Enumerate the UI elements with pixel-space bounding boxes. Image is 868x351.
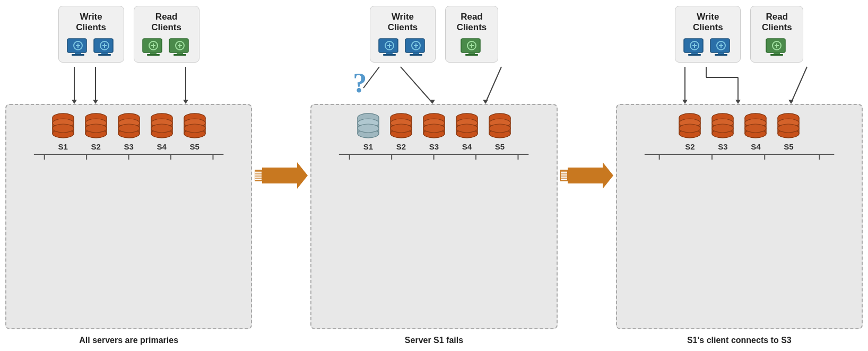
read-client-icon-2 bbox=[168, 38, 192, 58]
caption-3: S1's client connects to S3 bbox=[687, 336, 792, 345]
underline-svg-2 bbox=[328, 153, 539, 162]
db-icon-s5-3 bbox=[775, 112, 802, 140]
read-client-icon-4 bbox=[765, 38, 788, 58]
svg-point-58 bbox=[184, 124, 205, 133]
clients-area-3: Write Clients bbox=[616, 6, 863, 63]
scenario-1: Write Clients bbox=[5, 6, 252, 345]
write-clients-group-2: Write Clients bbox=[370, 6, 436, 63]
svg-marker-70 bbox=[262, 162, 308, 189]
svg-marker-23 bbox=[183, 100, 188, 104]
server-label-s4-1: S4 bbox=[157, 142, 166, 151]
write-clients-group-3: Write Clients bbox=[675, 6, 741, 63]
svg-point-169 bbox=[712, 124, 733, 133]
svg-rect-81 bbox=[468, 52, 475, 54]
write-client-icon-3 bbox=[378, 38, 401, 58]
svg-point-115 bbox=[456, 124, 478, 133]
svg-rect-2 bbox=[75, 52, 81, 54]
svg-rect-78 bbox=[410, 54, 422, 56]
server-underline-2 bbox=[328, 153, 539, 162]
db-icon-s5-2 bbox=[486, 112, 514, 140]
svg-line-83 bbox=[363, 67, 379, 88]
server-box-3: S2 S3 bbox=[616, 104, 863, 329]
underline-svg-1 bbox=[23, 153, 234, 162]
write-client-icon-6 bbox=[709, 38, 733, 58]
server-label-s3-3: S3 bbox=[718, 142, 727, 151]
svg-point-44 bbox=[118, 124, 140, 133]
read-client-icon-1 bbox=[142, 38, 165, 58]
caption-1: All servers are primaries bbox=[79, 336, 178, 345]
svg-point-51 bbox=[151, 124, 172, 133]
svg-line-154 bbox=[791, 67, 807, 103]
read-clients-group-1: Read Clients bbox=[134, 6, 199, 63]
svg-marker-155 bbox=[788, 100, 794, 104]
server-s5-1: S5 bbox=[181, 112, 209, 151]
server-s3-3: S3 bbox=[709, 112, 736, 151]
servers-row-1: S1 S2 bbox=[12, 112, 246, 151]
read-clients-label-3: Read Clients bbox=[762, 12, 792, 33]
server-s4-1: S4 bbox=[148, 112, 176, 151]
write-client-icon-1 bbox=[66, 38, 90, 58]
db-icon-s4-1 bbox=[148, 112, 176, 140]
svg-rect-142 bbox=[715, 54, 727, 56]
server-label-s3-1: S3 bbox=[124, 142, 133, 151]
connector-svg-2 bbox=[310, 67, 570, 104]
server-label-s4-2: S4 bbox=[462, 142, 472, 151]
server-s1-2: S1 bbox=[354, 112, 382, 151]
svg-point-94 bbox=[358, 124, 379, 133]
svg-marker-85 bbox=[430, 100, 435, 104]
write-client-icons-1 bbox=[66, 38, 116, 58]
server-label-s1-1: S1 bbox=[58, 142, 67, 151]
svg-line-84 bbox=[401, 67, 432, 103]
svg-point-122 bbox=[489, 124, 510, 133]
db-icon-s3-2 bbox=[420, 112, 448, 140]
server-s3-1: S3 bbox=[115, 112, 143, 151]
svg-marker-151 bbox=[735, 100, 741, 104]
svg-rect-74 bbox=[383, 54, 396, 56]
scenario-3: Write Clients bbox=[616, 6, 863, 345]
read-client-icons-1 bbox=[142, 38, 192, 58]
server-s2-1: S2 bbox=[82, 112, 110, 151]
servers-row-3: S2 S3 bbox=[622, 112, 856, 151]
read-client-icons-3 bbox=[765, 38, 788, 58]
server-label-s2-3: S2 bbox=[685, 142, 695, 151]
db-icon-s5-1 bbox=[181, 112, 209, 140]
server-s2-2: S2 bbox=[387, 112, 415, 151]
svg-point-108 bbox=[423, 124, 445, 133]
svg-rect-3 bbox=[72, 54, 84, 56]
caption-2: Server S1 fails bbox=[405, 336, 463, 345]
write-client-icon-2 bbox=[93, 38, 116, 58]
server-label-s1-2: S1 bbox=[363, 142, 373, 151]
connectors-3 bbox=[616, 67, 863, 104]
big-arrow-2 bbox=[560, 154, 613, 197]
write-clients-label-3: Write Clients bbox=[693, 12, 723, 33]
svg-marker-153 bbox=[682, 100, 688, 104]
server-s1-1: S1 bbox=[49, 112, 77, 151]
server-s3-2: S3 bbox=[420, 112, 448, 151]
db-icon-s2-2 bbox=[387, 112, 415, 140]
svg-line-86 bbox=[485, 67, 501, 103]
svg-point-183 bbox=[778, 124, 799, 133]
svg-rect-146 bbox=[770, 54, 783, 56]
svg-rect-14 bbox=[177, 52, 183, 54]
big-arrow-1 bbox=[255, 154, 308, 197]
read-clients-group-2: Read Clients bbox=[445, 6, 498, 63]
db-icon-s4-3 bbox=[742, 112, 769, 140]
svg-point-162 bbox=[679, 124, 700, 133]
db-icon-s3-1 bbox=[115, 112, 143, 140]
main-container: Write Clients bbox=[0, 0, 868, 351]
server-box-1: S1 S2 bbox=[5, 104, 252, 329]
svg-point-37 bbox=[85, 124, 107, 133]
server-label-s5-1: S5 bbox=[189, 142, 199, 151]
read-client-icons-2 bbox=[460, 38, 483, 58]
svg-rect-6 bbox=[101, 52, 108, 54]
db-icon-s1-failed bbox=[354, 112, 382, 140]
svg-point-176 bbox=[745, 124, 766, 133]
svg-rect-77 bbox=[413, 52, 419, 54]
svg-rect-141 bbox=[718, 52, 724, 54]
read-clients-group-3: Read Clients bbox=[750, 6, 803, 63]
svg-rect-137 bbox=[691, 52, 698, 54]
server-s5-3: S5 bbox=[775, 112, 802, 151]
svg-rect-145 bbox=[774, 52, 780, 54]
server-s4-3: S4 bbox=[742, 112, 769, 151]
svg-rect-11 bbox=[147, 54, 160, 56]
